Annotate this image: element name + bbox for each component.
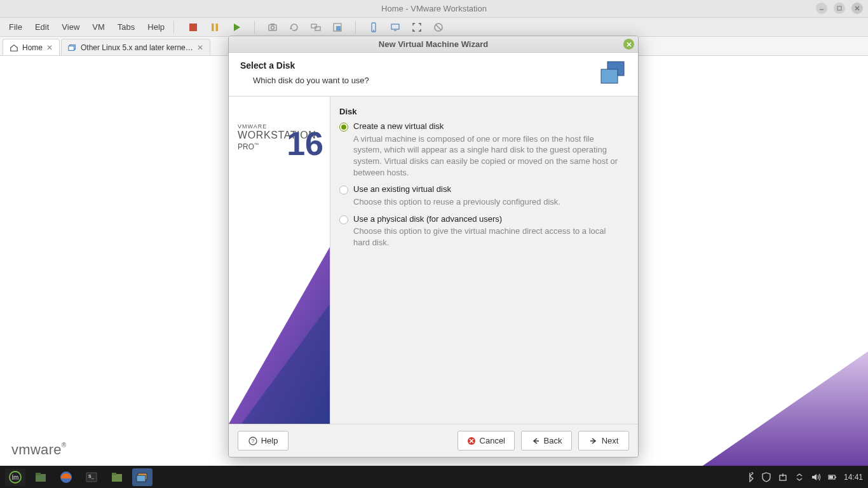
- mobile-icon[interactable]: [367, 21, 380, 34]
- dialog-header: Select a Disk Which disk do you want to …: [229, 53, 638, 97]
- revert-icon[interactable]: [288, 21, 301, 34]
- start-menu-button[interactable]: lm: [5, 468, 25, 486]
- svg-rect-52: [829, 476, 833, 478]
- radio-indicator: [339, 123, 348, 132]
- monitor-icon[interactable]: [389, 21, 402, 34]
- menu-view[interactable]: View: [55, 18, 86, 36]
- back-button[interactable]: Back: [521, 431, 572, 451]
- dialog-heading: Select a Disk: [240, 60, 599, 71]
- firefox-button[interactable]: [56, 468, 76, 486]
- screenshot-icon[interactable]: [331, 21, 344, 34]
- toolbar: [187, 21, 445, 34]
- svg-rect-4: [189, 24, 197, 31]
- clock[interactable]: 14:41: [844, 473, 863, 482]
- unity-icon[interactable]: [432, 21, 445, 34]
- radio-label: Use a physical disk (for advanced users): [353, 214, 621, 225]
- svg-line-21: [436, 25, 441, 30]
- menu-vm[interactable]: VM: [86, 18, 111, 36]
- svg-rect-48: [137, 475, 146, 482]
- menu-help[interactable]: Help: [141, 18, 171, 36]
- tab-othervm[interactable]: Other Linux 5.x and later kerne… ✕: [61, 39, 210, 55]
- pause-icon[interactable]: [208, 21, 221, 34]
- vm-icon: [68, 43, 77, 52]
- radio-indicator: [339, 215, 348, 224]
- radio-description: A virtual machine is composed of one or …: [353, 133, 621, 178]
- radio-description: Choose this option to reuse a previously…: [353, 196, 621, 208]
- disk-stack-icon: [599, 60, 627, 87]
- window-controls: [816, 3, 863, 14]
- menubar: File Edit View VM Tabs Help: [0, 18, 868, 37]
- dialog-subheading: Which disk do you want to use?: [253, 76, 599, 85]
- tab-home[interactable]: Home ✕: [3, 39, 60, 55]
- radio-existing-disk[interactable]: Use an existing virtual disk Choose this…: [339, 184, 621, 207]
- svg-rect-15: [336, 26, 341, 30]
- svg-rect-28: [601, 69, 618, 83]
- options-caption: Disk: [339, 107, 621, 116]
- arrow-left-icon: [531, 437, 540, 445]
- radio-label: Use an existing virtual disk: [353, 184, 621, 195]
- svg-text:lm: lm: [12, 474, 19, 481]
- menu-tabs[interactable]: Tabs: [111, 18, 141, 36]
- menu-edit[interactable]: Edit: [29, 18, 55, 36]
- question-icon: ?: [248, 437, 257, 445]
- cancel-button[interactable]: Cancel: [458, 431, 515, 451]
- dialog-close-button[interactable]: [623, 39, 634, 50]
- vmware-logo: vmware®: [11, 442, 66, 458]
- tab-close-icon[interactable]: ✕: [46, 43, 53, 52]
- updates-icon[interactable]: [778, 472, 788, 482]
- arrow-right-icon: [589, 437, 598, 445]
- files-button[interactable]: [107, 468, 127, 486]
- system-tray: 14:41: [745, 472, 863, 482]
- radio-create-new-disk[interactable]: Create a new virtual disk A virtual mach…: [339, 121, 621, 178]
- svg-rect-46: [112, 473, 116, 475]
- background-decoration: [703, 351, 868, 466]
- svg-rect-12: [311, 24, 316, 28]
- snapshot-icon[interactable]: [266, 21, 279, 34]
- menu-file[interactable]: File: [3, 18, 29, 36]
- window-titlebar: Home - VMware Workstation: [0, 0, 868, 18]
- sidebar-version: 16: [287, 127, 323, 160]
- manage-snapshot-icon[interactable]: [309, 21, 322, 34]
- file-manager-button[interactable]: [31, 468, 51, 486]
- dialog-footer: ? Help Cancel Back Next: [229, 424, 638, 457]
- power-on-icon[interactable]: [187, 21, 200, 34]
- close-button[interactable]: [851, 3, 863, 14]
- volume-icon[interactable]: [811, 472, 821, 482]
- tab-home-label: Home: [22, 43, 43, 52]
- svg-rect-41: [36, 473, 41, 475]
- dialog-sidebar: VMWARE WORKSTATION PRO™ 16: [229, 97, 330, 424]
- play-icon[interactable]: [230, 21, 243, 34]
- maximize-button[interactable]: [834, 3, 845, 14]
- svg-marker-7: [234, 24, 240, 31]
- toolbar-separator: [254, 21, 255, 34]
- help-button[interactable]: ? Help: [238, 431, 288, 451]
- dialog-titlebar: New Virtual Machine Wizard: [229, 36, 638, 53]
- radio-description: Choose this option to give the virtual m…: [353, 226, 621, 248]
- cancel-icon: [467, 437, 476, 445]
- next-button[interactable]: Next: [578, 431, 629, 451]
- svg-rect-51: [835, 477, 836, 478]
- tab-othervm-label: Other Linux 5.x and later kerne…: [81, 43, 193, 52]
- fullscreen-icon[interactable]: [410, 21, 423, 34]
- radio-physical-disk[interactable]: Use a physical disk (for advanced users)…: [339, 214, 621, 248]
- network-icon[interactable]: [794, 472, 804, 482]
- minimize-button[interactable]: [816, 3, 827, 14]
- bluetooth-icon[interactable]: [745, 472, 755, 482]
- terminal-button[interactable]: $_: [81, 468, 102, 486]
- vmware-taskbar-button[interactable]: [132, 468, 153, 486]
- battery-icon[interactable]: [827, 472, 837, 482]
- dialog-body: VMWARE WORKSTATION PRO™ 16 Disk Create a…: [229, 97, 638, 424]
- dialog-options: Disk Create a new virtual disk A virtual…: [330, 97, 638, 424]
- sidebar-decoration: [229, 246, 330, 424]
- svg-text:$_: $_: [88, 473, 94, 479]
- svg-rect-13: [315, 27, 320, 30]
- svg-point-9: [271, 26, 275, 29]
- toolbar-separator: [355, 21, 356, 34]
- tab-close-icon[interactable]: ✕: [197, 43, 203, 52]
- svg-rect-5: [212, 24, 214, 31]
- shield-icon[interactable]: [761, 472, 771, 482]
- svg-rect-10: [271, 24, 275, 25]
- svg-rect-23: [69, 46, 74, 50]
- svg-rect-6: [216, 24, 219, 31]
- system-taskbar: lm $_ 14:41: [0, 466, 868, 488]
